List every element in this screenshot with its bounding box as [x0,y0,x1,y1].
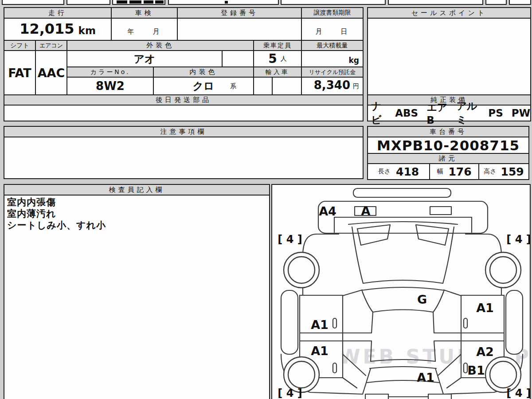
inspector-note: 室内薄汚れ [7,208,269,219]
rear-bumper-left-shape [365,394,388,399]
cutoff-cell [2,0,64,5]
color-no-value: 8W2 [66,77,154,95]
cutoff-cell [485,0,507,5]
interior-color-value: クロ [192,79,214,93]
capacity-unit: 人 [281,55,287,63]
registration-cell [177,18,302,41]
genuine-equipment-row: ナビ ABS エアB アルミ PS PW [367,105,531,121]
quarter-line-right-2 [447,378,461,388]
shift-header: シフト [4,40,36,51]
spec-width-cell: 幅 176 [429,163,479,180]
later-parts-header: 後日発送部品 [4,94,364,106]
exterior-color-header: 外装色 [66,40,254,51]
transfer-deadline-cell: 月 日 [301,18,364,41]
inspector-header: 検査員記入欄 [4,184,270,196]
import-cell-2 [272,77,302,95]
wheel-rear-left-inner [288,361,315,388]
front-seat-arc [373,310,433,313]
aircon-value: AAC [35,50,67,95]
maxload-cell: kg [301,50,364,67]
recycle-deposit-header: リサイクル預託金 [301,66,364,78]
grade-door-rear-left: A1 [311,344,329,358]
equipment-item: エアB [426,101,448,126]
color-no-header: カラーNo. [66,66,154,78]
equipment-item: アルミ [457,99,480,127]
cutoff-cell [509,0,531,5]
transfer-deadline-header: 譲渡書類期限 [301,7,364,19]
cutoff-text-fragment [117,0,127,4]
mileage-unit: km [78,25,96,36]
rear-bumper-right-shape [428,394,451,399]
spec-width-value: 176 [448,165,471,178]
grade-rear: A1 [417,371,434,384]
inspection-cell: 年 月 [111,18,178,41]
car-top-view-diagram: A4 A G A1 A1 A1 A2 B1 A1 [ 4 ] [ 4 ] [ 4… [272,185,530,399]
cabin-left-edge [371,312,373,361]
capacity-cell: 5 人 [253,50,302,67]
car-diagram-box: WEB STUDIO PRO [271,184,531,399]
grade-quarter-rear-right: B1 [467,364,485,377]
cutoff-cell [66,0,110,5]
rear-seat-arc-2 [370,367,436,368]
tire-mark-front-right: [ 4 ] [506,233,530,246]
spec-height-value: 159 [501,165,524,178]
cutoff-text-fragment [225,1,228,4]
inspector-note: 室内内張傷 [7,196,269,208]
tire-mark-rear-right: [ 4 ] [506,387,530,399]
rear-seat-arc-1 [371,360,435,361]
tire-mark-rear-left: [ 4 ] [278,387,302,399]
a-pillar-left [343,290,362,296]
cabin-right-edge [433,312,435,361]
shift-value: FAT [4,50,36,95]
auction-sheet: 走行 車検 登録番号 譲渡書類期限 12,015 km 年 月 月 日 シフト … [0,0,532,399]
grade-door-front-right: A1 [476,301,494,315]
interior-color-suffix: 系 [230,82,236,90]
spec-height-cell: 高さ 159 [478,163,529,180]
registration-header: 登録番号 [177,7,302,19]
import-header: 輸入車 [253,66,302,78]
a-pillar-right [444,290,461,296]
genuine-equipment-header: 純正装備 [367,94,531,106]
spec-length-value: 418 [396,165,419,178]
chassis-number-value: MXPB10-2008715 [367,137,529,154]
equipment-item: ABS [395,107,418,119]
spec-height-label: 高さ [484,168,496,176]
hood-right-line [443,227,454,283]
cutoff-cell [281,0,386,5]
sales-point-body [367,18,531,95]
windshield-top-arc [363,280,443,283]
interior-color-header: 内装色 [153,66,254,78]
import-cell-1 [253,77,273,95]
exterior-color-extra-cell [222,50,254,67]
notes-header: 注意事項欄 [4,126,364,137]
side-rail-right-shape [506,290,523,354]
cabin-right-upper [433,291,444,312]
equipment-item: PW [512,107,530,119]
grade-hood: G [417,293,427,306]
inspection-header: 車検 [111,7,178,19]
spec-length-label: 長さ [378,168,391,176]
mileage-header: 走行 [4,7,112,19]
wheel-front-right-inner [490,257,516,283]
capacity-header: 乗車定員 [253,40,302,51]
tire-mark-front-left: [ 4 ] [278,233,302,246]
recycle-deposit-cell: 8,340 円 [301,77,364,95]
interior-color-cell: クロ 系 [153,77,254,95]
equipment-item: ナビ [371,99,387,127]
later-parts-cell [4,105,364,121]
hood-left-line [352,227,363,283]
grade-front-bumper: A4 [319,204,336,218]
quarter-line-left-1 [343,354,366,376]
cutoff-cell [112,0,165,5]
cutoff-text-fragment [155,0,164,4]
cutoff-cell [388,0,483,5]
front-panel-right-shape [430,207,451,215]
cutoff-text-fragment [144,0,153,4]
spec-width-label: 幅 [437,168,443,176]
grade-front-panel: A [361,204,371,218]
cutoff-text-fragment [129,0,141,4]
wheel-rear-right-inner [490,361,516,388]
windshield-bottom-arc [361,287,445,290]
wheel-front-left-inner [288,257,315,283]
cutoff-cell [168,0,279,5]
